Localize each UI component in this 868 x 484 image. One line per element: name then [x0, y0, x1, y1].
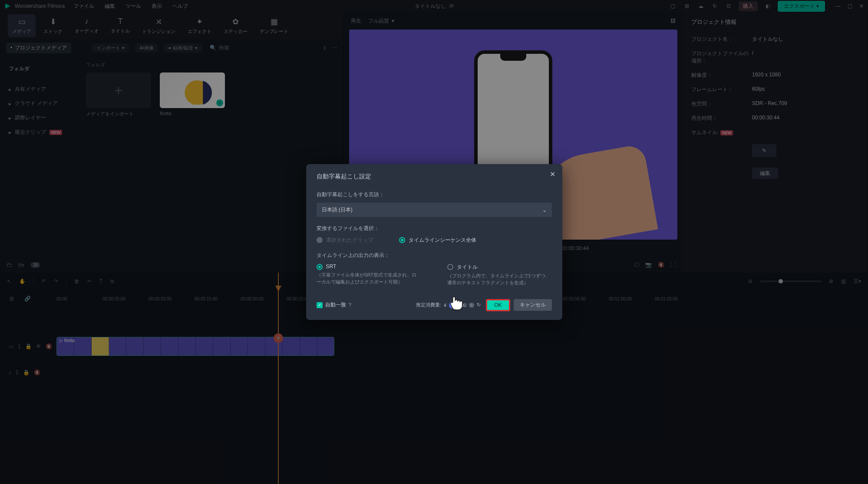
title-description: （プログラム内で、タイムライン上で1つずつ、通常のテキストフラグメントを生成） — [447, 273, 551, 286]
radio-selected-clips: 選択されたクリップ — [317, 237, 373, 244]
radio-srt[interactable]: SRT — [317, 263, 421, 270]
language-label: 自動字幕起こしをする言語： — [317, 191, 552, 198]
refresh-icon[interactable]: ↻ — [477, 302, 481, 308]
autofit-checkbox[interactable]: ✓ 自動一致 ? — [317, 301, 352, 309]
help-icon[interactable]: ? — [349, 302, 352, 308]
radio-title[interactable]: タイトル — [447, 263, 552, 271]
cancel-button[interactable]: キャンセル — [514, 299, 552, 311]
dialog-title: 自動字幕起こし設定 — [317, 173, 552, 181]
autofit-label: 自動一致 — [325, 301, 346, 309]
auto-subtitle-dialog: 自動字幕起こし設定 ✕ 自動字幕起こしをする言語： 日本語 (日本) ⌄ 変換す… — [306, 164, 562, 320]
srt-description: （字幕ファイル全体がSRT形式で生成され、ローカルで編集およびエクスポート可能） — [317, 272, 421, 285]
cost-value: 4 — [444, 303, 446, 308]
estimated-cost: 推定消費量: 4 AI 100 i ↻ — [416, 302, 481, 309]
language-value: 日本語 (日本) — [322, 206, 353, 214]
language-select[interactable]: 日本語 (日本) ⌄ — [317, 203, 552, 217]
chevron-down-icon: ⌄ — [542, 207, 547, 213]
info-icon[interactable]: i — [469, 303, 474, 308]
credits-value: 100 — [459, 303, 466, 308]
radio-timeline-sequence[interactable]: タイムラインシーケンス全体 — [399, 237, 476, 244]
close-icon[interactable]: ✕ — [550, 170, 555, 178]
ok-button[interactable]: OK — [486, 299, 510, 311]
file-select-label: 変換するファイルを選択： — [317, 225, 552, 232]
output-label: タイムライン上の出力の表示： — [317, 252, 552, 259]
ai-credit-icon: AI — [449, 302, 456, 309]
